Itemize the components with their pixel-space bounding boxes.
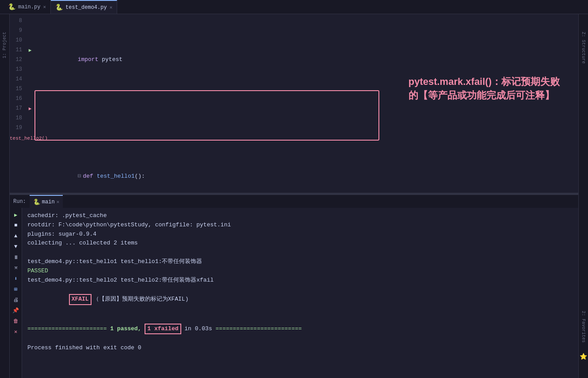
summary-xfailed: 1 xfailed [145,324,181,335]
run-play-btn[interactable]: ▶ [11,210,20,219]
favorites-label: 2: Favorites [581,311,586,343]
output-line-3: plugins: sugar-0.9.4 [27,230,573,239]
output-line-4: collecting ... collected 2 items [27,239,573,248]
tab-close-main[interactable]: ✕ [43,4,46,10]
output-xfail-line: XFAIL（【原因】预期失败的标记为XFAIL) [27,285,573,314]
run-tab-main[interactable]: 🐍 main ✕ [30,195,63,208]
project-label: 1: Project [2,32,7,58]
left-sidebar: 1: Project [0,14,10,378]
run-grid-btn[interactable]: ⊞ [11,285,20,294]
summary-passed: 1 passed, [110,325,141,334]
tab-label: main.py [18,4,40,10]
run-test-hello1[interactable]: ▶ [26,45,34,55]
run-output[interactable]: cachedir: .pytest_cache rootdir: F:\code… [22,208,578,378]
editor-pane: 8 9 10 11 12 13 14 15 16 17 18 19 test_h… [10,14,578,193]
main-area: 1: Project 8 9 10 11 12 13 14 15 16 17 1… [0,14,588,378]
code-line-11: ⊟def test_hello1(): [34,162,578,172]
editor-container: 8 9 10 11 12 13 14 15 16 17 18 19 test_h… [10,14,578,378]
annotation-line2: 的【等产品或功能完成后可注释】 [409,89,560,103]
tab-bar: 🐍 main.py ✕ 🐍 test_demo4.py ✕ [0,0,588,14]
run-pause-btn[interactable]: ⏸ [11,253,20,262]
xfail-badge: XFAIL [69,294,92,305]
annotation-line1: pytest.mark.xfail()：标记预期失败 [409,75,560,89]
tab-main-py[interactable]: 🐍 main.py ✕ [4,0,51,14]
run-up-btn[interactable]: ▲ [11,232,20,241]
annotation-box: pytest.mark.xfail()：标记预期失败 的【等产品或功能完成后可注… [403,72,565,106]
output-summary: ======================= 1 passed, 1 xfai… [27,324,573,335]
run-wrap-btn[interactable]: ⤲ [11,263,20,272]
output-passed: PASSED [27,267,573,276]
output-process-done: Process finished with exit code 0 [27,344,573,353]
run-stop-btn[interactable]: ■ [11,221,20,230]
tab-label-2: test_demo4.py [65,4,107,11]
output-line-2: rootdir: F:\code\python\pytestStudy, con… [27,221,573,230]
output-line-1: cachedir: .pytest_cache [27,211,573,221]
right-sidebar: Z: Structure 2: Favorites ⭐ [578,14,588,378]
favorites-icon: ⭐ [580,353,587,360]
tab-close-test[interactable]: ✕ [110,4,113,10]
output-line-5: test_demo4.py::test_hello1 test_hello1:不… [27,257,573,267]
output-blank-2 [27,314,573,324]
code-line-10 [34,123,578,133]
run-tab-close[interactable]: ✕ [57,199,60,205]
run-label: Run: [13,199,26,205]
run-pin-btn[interactable]: 📌 [11,306,20,315]
run-save-btn[interactable]: ⬇ [11,274,20,283]
run-tab-label: main [42,199,55,205]
run-test-hello2[interactable]: ▶ [26,103,34,113]
run-delete-btn[interactable]: 🗑 [11,317,20,325]
run-icon: 🐍 [33,199,40,206]
output-line-6: test_demo4.py::test_hello2 test_hello2:带… [27,276,573,285]
line-numbers: 8 9 10 11 12 13 14 15 16 17 18 19 test_h… [10,14,26,193]
run-down-btn[interactable]: ▼ [11,242,20,251]
run-side-buttons: ▶ ■ ▲ ▼ ⏸ ⤲ ⬇ ⊞ 🖨 📌 🗑 ✕ [10,208,22,378]
xfail-reason: （【原因】预期失败的标记为XFAIL) [93,296,189,302]
structure-label: Z: Structure [581,32,586,64]
run-gutter: ▶ ▶ [26,14,34,193]
python-icon: 🐍 [8,3,15,11]
python-icon-2: 🐍 [55,4,63,11]
run-panel: Run: 🐍 main ✕ ▶ ■ ▲ ▼ ⏸ ⤲ ⬇ ⊞ [10,195,578,378]
summary-time: in 0.03s [184,325,212,332]
code-line-8: import pytest [34,45,578,55]
tab-test-demo4-py[interactable]: 🐍 test_demo4.py ✕ [51,0,117,14]
run-panel-header: Run: 🐍 main ✕ [10,195,578,208]
run-print-btn[interactable]: 🖨 [11,295,20,304]
run-panel-body: ▶ ■ ▲ ▼ ⏸ ⤲ ⬇ ⊞ 🖨 📌 🗑 ✕ cachedir: .pytes… [10,208,578,378]
output-blank-1 [27,248,573,257]
run-close-btn[interactable]: ✕ [11,327,20,336]
output-blank-3 [27,334,573,344]
